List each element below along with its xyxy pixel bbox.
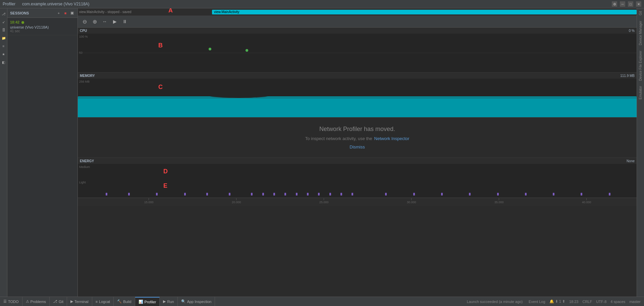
git-panel-tab[interactable]: Git bbox=[638, 8, 643, 18]
ruler-label-5: 35.000 bbox=[494, 201, 504, 204]
running-track-bar: view.MainActivity bbox=[212, 10, 637, 14]
energy-chart-body: Medium Light D E bbox=[78, 164, 637, 198]
sessions-controls: + ■ ▣ bbox=[56, 10, 75, 16]
energy-dot-16 bbox=[352, 193, 353, 195]
ruler-mark-4: 30.000 bbox=[407, 198, 416, 204]
tab-run[interactable]: ▶ Run bbox=[160, 297, 177, 306]
timeline-ruler: 15.000 20.000 25.000 30.000 bbox=[78, 198, 637, 206]
bottom-tabs: ☰ TODO ⚠ Problems ⎇ Git ▶ Terminal ≡ Log… bbox=[0, 297, 464, 306]
device-manager-tab[interactable]: Device Manager bbox=[638, 18, 643, 48]
network-inspector-link[interactable]: Network Inspector bbox=[374, 136, 410, 141]
energy-dot-7 bbox=[251, 193, 253, 195]
build-variants-icon[interactable]: ◧ bbox=[0, 59, 7, 65]
content-area: A view.MainActivity - stopped - saved vi… bbox=[78, 8, 637, 297]
network-notice-title: Network Profiler has moved. bbox=[319, 126, 395, 133]
status-charset: UTF-8 bbox=[596, 300, 606, 304]
event-log-link[interactable]: Event Log bbox=[529, 300, 545, 304]
energy-dot-17 bbox=[385, 193, 387, 195]
energy-dot-8 bbox=[262, 193, 264, 195]
label-c: C bbox=[158, 84, 163, 91]
ruler-marks: 15.000 20.000 25.000 30.000 bbox=[90, 198, 637, 206]
tab-app-inspection-label: App Inspection bbox=[187, 300, 212, 304]
tab-todo[interactable]: ☰ TODO bbox=[0, 297, 22, 306]
charts-wrapper: CPU 0 % 100 % 50 B bbox=[78, 28, 637, 297]
ruler-mark-1: 15.000 bbox=[144, 198, 154, 204]
ruler-line-3 bbox=[324, 198, 324, 200]
add-session-button[interactable]: + bbox=[56, 10, 61, 16]
ruler-mark-2: 20.000 bbox=[232, 198, 241, 204]
bottom-bar: ☰ TODO ⚠ Problems ⎇ Git ▶ Terminal ≡ Log… bbox=[0, 297, 644, 306]
tab-profiler[interactable]: 📊 Profiler bbox=[135, 297, 160, 306]
settings-button[interactable]: ⚙ bbox=[612, 1, 617, 7]
device-file-explorer-tab[interactable]: Device File Explorer bbox=[638, 48, 643, 83]
energy-dot-5 bbox=[206, 193, 208, 195]
tab-logcat-label: Logcat bbox=[99, 300, 110, 304]
zoom-fit-button[interactable]: ↔ bbox=[101, 17, 109, 26]
memory-header: MEMORY 111.9 MB bbox=[78, 73, 637, 79]
resource-manager-icon[interactable]: 📁 bbox=[0, 35, 7, 41]
energy-dot-18 bbox=[413, 193, 415, 195]
memory-dip bbox=[205, 92, 272, 98]
tab-terminal[interactable]: ▶ Terminal bbox=[67, 297, 92, 306]
energy-dot-20 bbox=[469, 193, 471, 195]
pull-requests-icon[interactable]: ↙ bbox=[0, 18, 7, 25]
layout-session-button[interactable]: ▣ bbox=[69, 10, 75, 16]
pause-button[interactable]: ⏸ bbox=[121, 17, 129, 26]
commit-icon[interactable]: ⎇ bbox=[0, 10, 7, 17]
tab-problems-label: Problems bbox=[31, 300, 46, 304]
build-icon: 🔨 bbox=[117, 299, 122, 304]
memory-title: MEMORY bbox=[80, 74, 95, 78]
memory-y-256: 256 MB bbox=[79, 80, 90, 83]
energy-dot-15 bbox=[340, 193, 342, 195]
label-e: E bbox=[163, 182, 167, 189]
tab-app-inspection[interactable]: 🔍 App Inspection bbox=[178, 297, 215, 306]
ruler-mark-3: 25.000 bbox=[319, 198, 329, 204]
label-d: D bbox=[163, 168, 168, 175]
ruler-label-4: 30.000 bbox=[407, 201, 416, 204]
tab-logcat[interactable]: ≡ Logcat bbox=[92, 297, 114, 306]
session-time: 18:42 bbox=[10, 20, 19, 24]
label-b: B bbox=[158, 42, 163, 49]
zoom-in-button[interactable]: ⊕ bbox=[91, 17, 99, 26]
close-button[interactable]: ✕ bbox=[636, 1, 641, 7]
cpu-title: CPU bbox=[80, 29, 87, 33]
minimize-button[interactable]: ─ bbox=[620, 1, 625, 7]
energy-dots-row bbox=[78, 193, 637, 195]
bottom-status: Event Log 🔔 ⬇ 1 ⬆ 18:23 CRLF UTF-8 4 spa… bbox=[525, 299, 644, 304]
zoom-out-button[interactable]: ⊖ bbox=[80, 17, 89, 26]
energy-dot-25 bbox=[609, 193, 610, 195]
energy-header: ENERGY None bbox=[78, 158, 637, 164]
tab-build[interactable]: 🔨 Build bbox=[114, 297, 135, 306]
timeline-track-row: A view.MainActivity - stopped - saved vi… bbox=[78, 8, 637, 16]
energy-title: ENERGY bbox=[80, 159, 94, 163]
status-time: 18:23 bbox=[569, 300, 579, 304]
structure-icon[interactable]: ≡ bbox=[0, 43, 7, 49]
profiler-toolbar: ⊖ ⊕ ↔ ▶ ⏸ bbox=[78, 16, 637, 28]
ruler-line-4 bbox=[411, 198, 412, 200]
tab-problems[interactable]: ⚠ Problems bbox=[22, 297, 50, 306]
go-live-button[interactable]: ▶ bbox=[111, 17, 119, 26]
favorites-icon[interactable]: ★ bbox=[0, 51, 7, 57]
sessions-header: SESSIONS + ■ ▣ bbox=[7, 8, 77, 18]
tab-git[interactable]: ⎇ Git bbox=[50, 297, 67, 306]
emulator-tab[interactable]: Emulator bbox=[638, 83, 643, 102]
label-a: A bbox=[168, 8, 173, 14]
maximize-button[interactable]: □ bbox=[628, 1, 633, 7]
ruler-line-6 bbox=[586, 198, 587, 200]
dismiss-button[interactable]: Dismiss bbox=[350, 144, 365, 149]
status-crlf: CRLF bbox=[582, 300, 592, 304]
ruler-line-5 bbox=[499, 198, 499, 200]
right-sidebar: Git Device Manager Device File Explorer … bbox=[637, 8, 644, 297]
status-message: Launch succeeded (a minute ago) bbox=[464, 300, 525, 304]
memory-section: MEMORY 111.9 MB 256 MB 128 C bbox=[78, 73, 637, 118]
cpu-dot-1 bbox=[209, 48, 211, 50]
stop-session-button[interactable]: ■ bbox=[63, 10, 68, 16]
db-browser-icon[interactable]: 🗄 bbox=[0, 27, 7, 33]
main-layout: ⎇ ↙ 🗄 📁 ≡ ★ ◧ SESSIONS + ■ ▣ 18:42 unive… bbox=[0, 8, 644, 297]
sessions-panel: SESSIONS + ■ ▣ 18:42 universe (Vivo V211… bbox=[7, 8, 78, 297]
tab-terminal-label: Terminal bbox=[74, 300, 89, 304]
session-item[interactable]: 18:42 universe (Vivo V2118A) 41 sec bbox=[7, 18, 77, 35]
title-bar: Profiler com.example.universe (Vivo V211… bbox=[0, 0, 644, 8]
energy-dot-9 bbox=[273, 193, 275, 195]
energy-dot-13 bbox=[318, 193, 320, 195]
